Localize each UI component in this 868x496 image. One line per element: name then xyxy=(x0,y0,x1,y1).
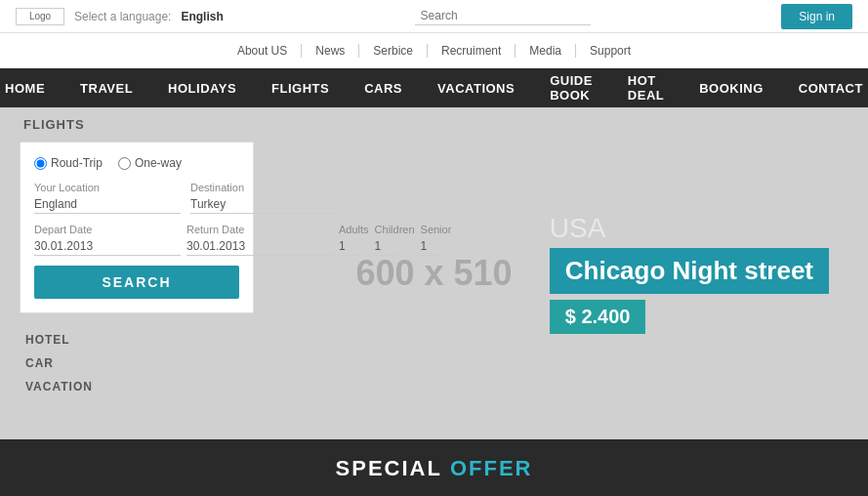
trip-type-group: Roud-Trip One-way xyxy=(34,156,239,170)
sidebar-links: HOTEL CAR VACATION xyxy=(20,329,254,397)
top-bar-left: Logo Select a language: English xyxy=(16,8,224,25)
location-label: Your Location xyxy=(34,182,181,193)
nav-recruiment[interactable]: Recruiment xyxy=(428,44,516,58)
children-input[interactable] xyxy=(375,237,398,256)
hero-left-panel: FLIGHTS Roud-Trip One-way Your Location xyxy=(0,107,273,439)
main-nav-vacations[interactable]: VACATIONS xyxy=(420,68,532,107)
main-nav-cars[interactable]: CARS xyxy=(347,68,420,107)
search-input[interactable] xyxy=(415,7,591,25)
children-label: Children xyxy=(375,224,415,235)
lang-label: Select a language: xyxy=(74,10,171,23)
main-nav-travel[interactable]: TRAVEL xyxy=(62,68,150,107)
sidebar-hotel[interactable]: HOTEL xyxy=(20,329,254,351)
logo-text: Logo xyxy=(29,11,51,21)
nav-media[interactable]: Media xyxy=(516,44,576,58)
adults-group: Adults xyxy=(339,224,369,256)
adults-label: Adults xyxy=(339,224,369,235)
location-input[interactable] xyxy=(34,195,181,214)
nav-about-us[interactable]: About US xyxy=(224,44,302,58)
adults-input[interactable] xyxy=(339,237,362,256)
search-area xyxy=(415,7,591,25)
sidebar-vacation[interactable]: VACATION xyxy=(20,376,254,397)
special-label: SPECIAL xyxy=(336,456,442,481)
hero-price: $ 2.400 xyxy=(550,300,646,334)
main-nav: HOME TRAVEL HOLIDAYS FLIGHTS CARS VACATI… xyxy=(0,68,868,107)
lang-value: English xyxy=(181,10,223,23)
return-input[interactable] xyxy=(186,237,333,256)
hero-title: Chicago Night street xyxy=(550,248,829,294)
special-offer-section: SPECIAL OFFER xyxy=(0,439,868,496)
main-nav-contact[interactable]: CONTACT xyxy=(781,68,868,107)
main-nav-booking[interactable]: BOOKING xyxy=(682,68,781,107)
sidebar-car[interactable]: CAR xyxy=(20,352,254,374)
date-row: Depart Date Return Date Adults Children xyxy=(34,224,239,256)
location-row: Your Location Destination xyxy=(34,182,239,214)
hero-info-overlay: USA Chicago Night street $ 2.400 xyxy=(550,213,829,334)
return-label: Return Date xyxy=(186,224,333,235)
children-group: Children xyxy=(375,224,415,256)
senior-group: Senior xyxy=(421,224,452,256)
destination-group: Destination xyxy=(190,182,337,214)
depart-input[interactable] xyxy=(34,237,181,256)
oneway-label[interactable]: One-way xyxy=(118,156,182,170)
roundtrip-radio[interactable] xyxy=(34,157,47,170)
sign-in-button[interactable]: Sign in xyxy=(781,4,852,29)
search-flights-button[interactable]: SEARCH xyxy=(34,266,239,299)
hero-country: USA xyxy=(550,213,829,244)
depart-label: Depart Date xyxy=(34,224,181,235)
nav-news[interactable]: News xyxy=(302,44,359,58)
offer-label: OFFER xyxy=(450,456,533,481)
hero-section: 600 x 510 FLIGHTS Roud-Trip One-way Your… xyxy=(0,107,868,439)
depart-group: Depart Date xyxy=(34,224,181,256)
location-group: Your Location xyxy=(34,182,181,214)
main-nav-home[interactable]: HOME xyxy=(0,68,62,107)
logo: Logo xyxy=(16,8,64,25)
secondary-nav: About US News Serbice Recruiment Media S… xyxy=(0,33,868,68)
nav-service[interactable]: Serbice xyxy=(359,44,428,58)
flights-section-label: FLIGHTS xyxy=(20,117,254,132)
nav-support[interactable]: Support xyxy=(576,44,644,58)
main-nav-hot-deal[interactable]: HOT DEAL xyxy=(610,68,682,107)
placeholder-dimensions: 600 x 510 xyxy=(355,253,512,294)
roundtrip-label[interactable]: Roud-Trip xyxy=(34,156,103,170)
senior-input[interactable] xyxy=(421,237,444,256)
return-group: Return Date xyxy=(186,224,333,256)
destination-label: Destination xyxy=(190,182,337,193)
top-bar: Logo Select a language: English Sign in xyxy=(0,0,868,33)
flight-search-card: Roud-Trip One-way Your Location Destinat… xyxy=(20,142,254,313)
oneway-radio[interactable] xyxy=(118,157,131,170)
main-nav-guide-book[interactable]: GUIDE BOOK xyxy=(532,68,610,107)
main-nav-holidays[interactable]: HOLIDAYS xyxy=(150,68,254,107)
senior-label: Senior xyxy=(421,224,452,235)
destination-input[interactable] xyxy=(190,195,337,214)
main-nav-flights[interactable]: FLIGHTS xyxy=(254,68,347,107)
